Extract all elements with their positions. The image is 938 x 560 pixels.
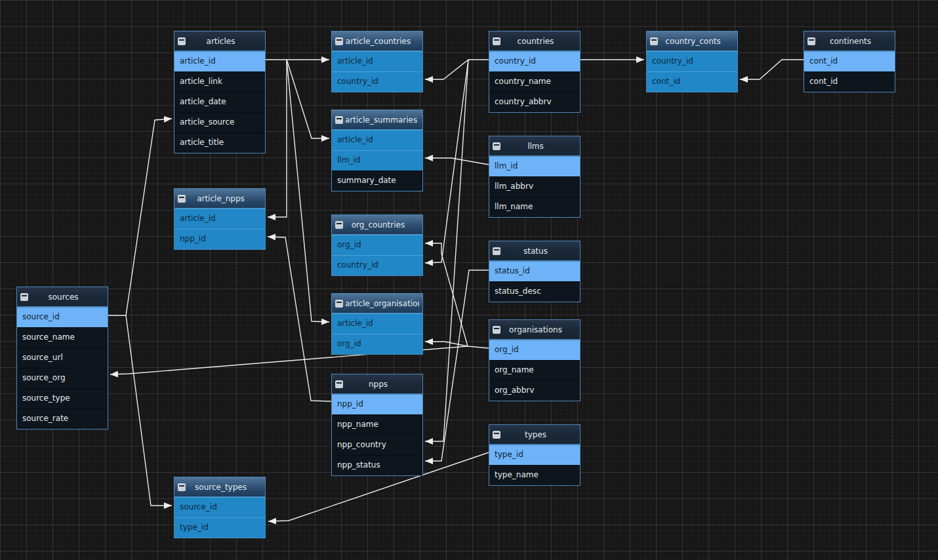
table-country_conts[interactable]: country_contscountry_idcont_id	[646, 31, 738, 92]
table-header-npps[interactable]: npps	[332, 374, 422, 394]
table-header-sources[interactable]: sources	[17, 287, 108, 307]
relation-llms.llm_id-to-article_summaries.llm_id	[425, 158, 489, 165]
column-org_countries-country_id[interactable]: country_id	[332, 255, 422, 275]
column-sources-source_id[interactable]: source_id	[17, 307, 108, 327]
table-header-article_summaries[interactable]: article_summaries	[332, 110, 422, 130]
collapse-icon[interactable]	[493, 431, 500, 439]
column-countries-country_name[interactable]: country_name	[489, 71, 580, 92]
column-source_types-source_id[interactable]: source_id	[174, 497, 265, 517]
table-article_summaries[interactable]: article_summariesarticle_idllm_idsummary…	[331, 110, 423, 191]
column-sources-source_url[interactable]: source_url	[17, 348, 108, 368]
collapse-icon[interactable]	[178, 37, 186, 45]
table-source_types[interactable]: source_typessource_idtype_id	[174, 477, 266, 538]
column-articles-article_source[interactable]: article_source	[174, 112, 265, 132]
column-organisations-org_abbrv[interactable]: org_abbrv	[489, 380, 580, 401]
table-sources[interactable]: sourcessource_idsource_namesource_urlsou…	[16, 287, 108, 430]
table-header-country_conts[interactable]: country_conts	[647, 31, 737, 51]
column-llms-llm_name[interactable]: llm_name	[489, 197, 580, 217]
column-types-type_name[interactable]: type_name	[489, 465, 580, 485]
column-article_npps-article_id[interactable]: article_id	[174, 209, 265, 229]
column-article_organisations-org_id[interactable]: org_id	[332, 334, 422, 354]
collapse-icon[interactable]	[335, 221, 343, 229]
column-continents-cont_id[interactable]: cont_id	[804, 71, 895, 92]
column-organisations-org_id[interactable]: org_id	[489, 340, 580, 360]
column-country_conts-cont_id[interactable]: cont_id	[647, 71, 737, 92]
table-header-types[interactable]: types	[489, 425, 580, 445]
er-diagram-canvas[interactable]: articlesarticle_idarticle_linkarticle_da…	[0, 0, 938, 560]
column-countries-country_abbrv[interactable]: country_abbrv	[489, 92, 580, 112]
column-npps-npp_status[interactable]: npp_status	[332, 455, 422, 475]
table-continents[interactable]: continentscont_idcont_id	[804, 31, 895, 92]
collapse-icon[interactable]	[335, 380, 343, 388]
column-article_summaries-llm_id[interactable]: llm_id	[332, 150, 422, 170]
table-npps[interactable]: nppsnpp_idnpp_namenpp_countrynpp_status	[331, 374, 423, 476]
collapse-icon[interactable]	[650, 37, 658, 45]
column-country_conts-country_id[interactable]: country_id	[647, 51, 737, 71]
column-countries-country_id[interactable]: country_id	[489, 51, 580, 71]
table-organisations[interactable]: organisationsorg_idorg_nameorg_abbrv	[489, 319, 581, 401]
collapse-icon[interactable]	[178, 195, 186, 203]
collapse-icon[interactable]	[335, 116, 343, 124]
table-status[interactable]: statusstatus_idstatus_desc	[489, 241, 581, 302]
column-continents-cont_id[interactable]: cont_id	[804, 51, 895, 71]
table-header-articles[interactable]: articles	[174, 31, 265, 51]
column-articles-article_link[interactable]: article_link	[174, 71, 265, 92]
table-header-article_npps[interactable]: article_npps	[174, 189, 265, 209]
collapse-icon[interactable]	[493, 37, 500, 45]
relationship-lines-layer	[0, 0, 938, 560]
column-sources-source_name[interactable]: source_name	[17, 327, 108, 348]
column-articles-article_date[interactable]: article_date	[174, 92, 265, 112]
table-title: status	[502, 247, 577, 256]
table-org_countries[interactable]: org_countriesorg_idcountry_id	[331, 214, 423, 276]
column-org_countries-org_id[interactable]: org_id	[332, 235, 422, 255]
column-article_organisations-article_id[interactable]: article_id	[332, 313, 422, 334]
column-status-status_id[interactable]: status_id	[489, 261, 580, 281]
collapse-icon[interactable]	[178, 483, 186, 491]
table-llms[interactable]: llmsllm_idllm_abbrvllm_name	[489, 136, 581, 218]
column-types-type_id[interactable]: type_id	[489, 445, 580, 465]
column-sources-source_type[interactable]: source_type	[17, 388, 108, 409]
table-header-countries[interactable]: countries	[489, 31, 580, 51]
column-llms-llm_abbrv[interactable]: llm_abbrv	[489, 176, 580, 197]
column-source_types-type_id[interactable]: type_id	[174, 517, 265, 538]
collapse-icon[interactable]	[493, 326, 500, 334]
collapse-icon[interactable]	[335, 300, 343, 308]
table-countries[interactable]: countriescountry_idcountry_namecountry_a…	[489, 31, 581, 113]
column-sources-source_org[interactable]: source_org	[17, 368, 108, 388]
column-organisations-org_name[interactable]: org_name	[489, 360, 580, 380]
column-article_summaries-summary_date[interactable]: summary_date	[332, 170, 422, 191]
table-header-source_types[interactable]: source_types	[174, 477, 265, 497]
table-header-continents[interactable]: continents	[804, 31, 895, 51]
column-articles-article_id[interactable]: article_id	[174, 51, 265, 71]
column-article_countries-country_id[interactable]: country_id	[332, 71, 422, 92]
table-header-article_countries[interactable]: article_countries	[332, 31, 422, 51]
table-article_organisations[interactable]: article_organisationsarticle_idorg_id	[331, 293, 423, 355]
column-npps-npp_country[interactable]: npp_country	[332, 435, 422, 455]
column-sources-source_rate[interactable]: source_rate	[17, 409, 108, 429]
column-article_npps-npp_id[interactable]: npp_id	[174, 229, 265, 249]
table-article_npps[interactable]: article_nppsarticle_idnpp_id	[174, 188, 266, 250]
column-npps-npp_name[interactable]: npp_name	[332, 414, 422, 435]
table-header-status[interactable]: status	[489, 241, 580, 261]
table-header-organisations[interactable]: organisations	[489, 320, 580, 340]
collapse-icon[interactable]	[493, 142, 500, 150]
column-article_countries-article_id[interactable]: article_id	[332, 51, 422, 71]
column-articles-article_title[interactable]: article_title	[174, 132, 265, 153]
column-article_summaries-article_id[interactable]: article_id	[332, 130, 422, 150]
minus-glyph	[22, 295, 27, 296]
collapse-icon[interactable]	[807, 37, 815, 45]
table-header-article_organisations[interactable]: article_organisations	[332, 294, 422, 313]
collapse-icon[interactable]	[335, 37, 343, 45]
column-status-status_desc[interactable]: status_desc	[489, 281, 580, 302]
column-npps-npp_id[interactable]: npp_id	[332, 394, 422, 414]
table-articles[interactable]: articlesarticle_idarticle_linkarticle_da…	[174, 31, 266, 153]
table-header-llms[interactable]: llms	[489, 136, 580, 156]
minus-glyph	[494, 433, 499, 434]
column-llms-llm_id[interactable]: llm_id	[489, 156, 580, 176]
collapse-icon[interactable]	[20, 293, 28, 301]
table-types[interactable]: typestype_idtype_name	[489, 424, 581, 486]
table-header-org_countries[interactable]: org_countries	[332, 215, 422, 235]
table-title: llms	[502, 142, 577, 151]
table-article_countries[interactable]: article_countriesarticle_idcountry_id	[331, 31, 423, 92]
collapse-icon[interactable]	[493, 247, 500, 255]
